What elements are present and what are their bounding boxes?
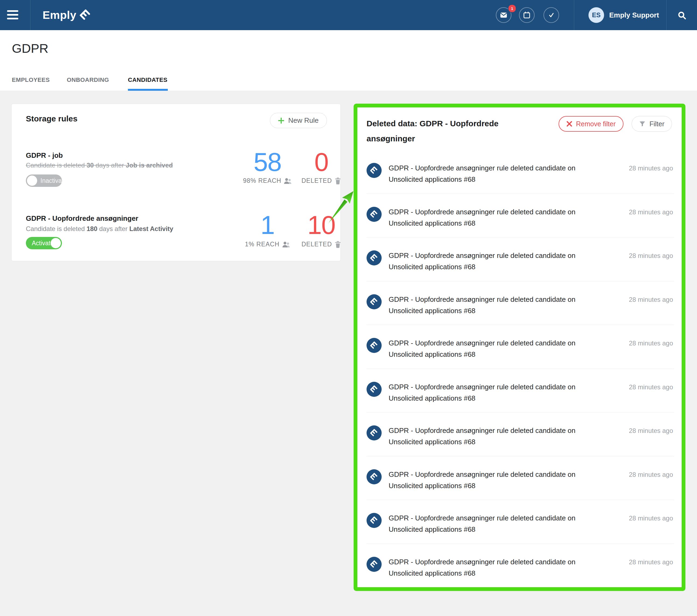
filter-label: Filter <box>649 120 664 128</box>
deleted-item-time: 28 minutes ago <box>629 558 673 566</box>
tab-candidates[interactable]: CANDIDATES <box>128 76 167 84</box>
notification-badge: 1 <box>508 4 516 13</box>
brand-logo[interactable]: Emply <box>43 0 92 30</box>
deleted-item-text: GDPR - Uopfordrede ansøgninger rule dele… <box>389 294 604 316</box>
funnel-icon <box>639 121 646 127</box>
people-icon <box>282 241 290 248</box>
deleted-item-text: GDPR - Uopfordrede ansøgninger rule dele… <box>389 469 604 491</box>
deleted-data-list-item: GDPR - Uopfordrede ansøgninger rule dele… <box>367 238 674 281</box>
deleted-item-text: GDPR - Uopfordrede ansøgninger rule dele… <box>389 162 604 185</box>
rule-name: GDPR - Uopfordrede ansøgninger <box>26 214 138 223</box>
navbar-divider <box>666 0 667 30</box>
toggle-knob <box>27 176 37 186</box>
emply-rule-icon <box>367 513 382 528</box>
emply-rule-icon <box>367 250 382 266</box>
deleted-item-text: GDPR - Uopfordrede ansøgninger rule dele… <box>389 250 604 272</box>
trash-icon <box>335 177 341 184</box>
emply-rule-icon <box>367 382 382 397</box>
check-icon <box>548 11 555 19</box>
trash-icon <box>335 241 341 248</box>
active-tab-underline <box>128 89 168 91</box>
tab-employees[interactable]: EMPLOYEES <box>12 76 50 84</box>
emply-rule-icon <box>367 294 382 309</box>
deleted-data-list-item: GDPR - Uopfordrede ansøgninger rule dele… <box>367 544 674 588</box>
search-icon <box>677 10 687 20</box>
calendar-button[interactable] <box>519 7 535 23</box>
people-icon <box>284 177 292 184</box>
storage-rules-title: Storage rules <box>26 114 77 123</box>
page-title: GDPR <box>12 41 48 56</box>
remove-filter-button[interactable]: Remove filter <box>559 116 623 132</box>
deleted-item-time: 28 minutes ago <box>629 340 673 347</box>
rule-activation-toggle[interactable]: Inactivated <box>26 175 62 187</box>
deleted-item-time: 28 minutes ago <box>629 427 673 435</box>
deleted-item-time: 28 minutes ago <box>629 296 673 303</box>
toggle-label: Inactivated <box>40 175 70 187</box>
reach-stat-value: 1 <box>239 212 296 238</box>
user-avatar[interactable]: ES <box>589 7 604 23</box>
emply-rule-icon <box>367 469 382 484</box>
deleted-stat-label: DELETED <box>296 177 347 184</box>
rule-name: GDPR - job <box>26 151 63 160</box>
deleted-stat-value: 0 <box>296 149 347 175</box>
deleted-item-time: 28 minutes ago <box>629 471 673 478</box>
toggle-label: Activated <box>32 237 57 249</box>
deleted-data-list-item: GDPR - Uopfordrede ansøgninger rule dele… <box>367 281 674 325</box>
emply-rule-icon <box>367 163 382 178</box>
deleted-stat-value: 10 <box>296 212 347 238</box>
tab-onboarding[interactable]: ONBOARDING <box>67 76 109 84</box>
deleted-data-list-item: GDPR - Uopfordrede ansøgninger rule dele… <box>367 369 674 413</box>
deleted-data-list-item: GDPR - Uopfordrede ansøgninger rule dele… <box>367 500 674 544</box>
deleted-item-time: 28 minutes ago <box>629 252 673 259</box>
search-button[interactable] <box>677 10 687 20</box>
deleted-item-text: GDPR - Uopfordrede ansøgninger rule dele… <box>389 512 604 535</box>
top-navbar: Emply 1 <box>0 0 697 30</box>
emply-logo-icon <box>79 9 92 21</box>
deleted-data-title: Deleted data: GDPR - Uopfordrede ansøgni… <box>367 116 523 146</box>
hamburger-menu-icon[interactable] <box>7 10 19 20</box>
reach-stat-value: 58 <box>239 149 296 175</box>
deleted-item-time: 28 minutes ago <box>629 165 673 172</box>
deleted-item-text: GDPR - Uopfordrede ansøgninger rule dele… <box>389 337 604 360</box>
new-rule-label: New Rule <box>288 116 318 125</box>
page-header: GDPR EMPLOYEES ONBOARDING CANDIDATES <box>0 30 697 91</box>
filter-button[interactable]: Filter <box>632 116 672 132</box>
emply-rule-icon <box>367 338 382 353</box>
deleted-item-time: 28 minutes ago <box>629 384 673 391</box>
rule-description: Candidate is deleted 180 days after Late… <box>26 225 173 232</box>
plus-icon <box>278 118 284 124</box>
deleted-data-list-item: GDPR - Uopfordrede ansøgninger rule dele… <box>367 456 674 500</box>
rule-description: Candidate is deleted 30 days after Job i… <box>26 162 173 169</box>
navbar-divider <box>574 0 574 30</box>
storage-rules-card: Storage rules New Rule GDPR - job Candid… <box>11 104 341 261</box>
reach-stat-label: 98% REACH <box>239 177 296 184</box>
deleted-data-list-item: GDPR - Uopfordrede ansøgninger rule dele… <box>367 150 674 194</box>
brand-name: Emply <box>43 9 76 21</box>
remove-filter-label: Remove filter <box>576 120 616 128</box>
deleted-data-list-item: GDPR - Uopfordrede ansøgninger rule dele… <box>367 194 674 238</box>
deleted-data-list-item: GDPR - Uopfordrede ansøgninger rule dele… <box>367 325 674 369</box>
emply-rule-icon <box>367 557 382 572</box>
calendar-icon <box>523 11 531 19</box>
emply-rule-icon <box>367 207 382 222</box>
deleted-data-list: GDPR - Uopfordrede ansøgninger rule dele… <box>367 150 674 587</box>
deleted-stat-label: DELETED <box>296 241 347 248</box>
rule-activation-toggle[interactable]: Activated <box>26 237 62 249</box>
deleted-item-text: GDPR - Uopfordrede ansøgninger rule dele… <box>389 206 604 229</box>
new-rule-button[interactable]: New Rule <box>270 113 327 128</box>
deleted-data-list-item: GDPR - Uopfordrede ansøgninger rule dele… <box>367 412 674 456</box>
reach-stat-label: 1% REACH <box>239 241 296 248</box>
close-icon <box>566 121 572 127</box>
emply-rule-icon <box>367 425 382 440</box>
tasks-button[interactable] <box>544 7 559 23</box>
deleted-item-text: GDPR - Uopfordrede ansøgninger rule dele… <box>389 556 604 579</box>
deleted-item-text: GDPR - Uopfordrede ansøgninger rule dele… <box>389 381 604 404</box>
navbar-divider <box>30 0 30 30</box>
user-name[interactable]: Emply Support <box>609 0 659 30</box>
deleted-item-time: 28 minutes ago <box>629 514 673 522</box>
mail-icon <box>500 11 508 19</box>
deleted-data-panel: Deleted data: GDPR - Uopfordrede ansøgni… <box>354 104 685 591</box>
deleted-item-text: GDPR - Uopfordrede ansøgninger rule dele… <box>389 425 604 448</box>
deleted-item-time: 28 minutes ago <box>629 208 673 216</box>
